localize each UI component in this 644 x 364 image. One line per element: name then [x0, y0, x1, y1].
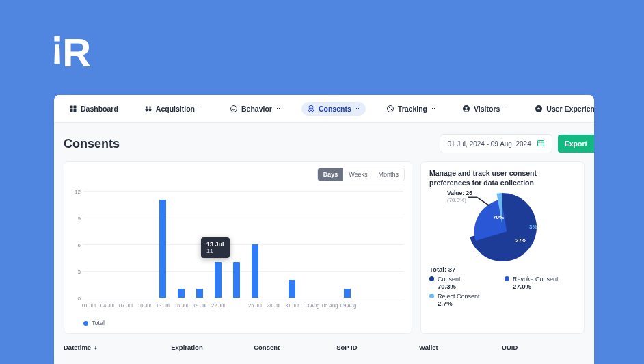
svg-point-4	[145, 109, 148, 112]
date-range-picker[interactable]: 01 Jul, 2024 - 09 Aug, 2024	[440, 134, 552, 153]
th-wallet[interactable]: Wallet	[419, 343, 502, 351]
bar-chart-card: DaysWeeksMonths 036912 01 Jul04 Jul07 Ju…	[64, 161, 412, 334]
legend-dot-icon	[505, 276, 509, 281]
svg-rect-7	[149, 107, 150, 109]
svg-rect-16	[537, 141, 544, 146]
table-header: Datetime ExpirationConsentSoP IDWalletUU…	[64, 343, 585, 351]
y-tick: 0	[70, 296, 81, 302]
chevron-down-icon	[431, 105, 436, 113]
nav-label: Dashboard	[81, 105, 118, 113]
th-sop-id[interactable]: SoP ID	[336, 343, 419, 351]
nav-dashboard[interactable]: Dashboard	[64, 102, 124, 116]
svg-point-11	[310, 109, 311, 109]
x-tick: 13 Jul	[156, 302, 163, 309]
y-tick: 6	[70, 242, 81, 248]
legend-dot-icon	[429, 276, 434, 281]
bar[interactable]	[252, 244, 258, 298]
nav-tracking[interactable]: Tracking	[381, 102, 442, 116]
legend-dot-icon	[429, 294, 434, 298]
nav-label: User Experience	[546, 105, 594, 113]
x-tick: 01 Jul	[82, 302, 89, 309]
x-tick: 19 Jul	[193, 302, 200, 309]
nav-user-experience[interactable]: User Experience	[529, 102, 594, 116]
bar[interactable]	[289, 280, 295, 298]
nav-label: Consents	[319, 105, 351, 113]
x-tick	[230, 302, 237, 309]
x-tick: 28 Jul	[267, 302, 273, 309]
x-tick: 22 Jul	[211, 302, 218, 309]
chevron-down-icon	[198, 105, 204, 113]
bar[interactable]	[196, 289, 203, 298]
svg-rect-2	[70, 109, 73, 112]
x-tick: 03 Aug	[304, 302, 310, 309]
x-tick: 07 Jul	[119, 302, 126, 309]
target-icon	[307, 105, 315, 113]
bar[interactable]	[233, 262, 240, 298]
th-uuid[interactable]: UUID	[502, 343, 585, 351]
bar[interactable]	[215, 262, 222, 298]
chart-tooltip: 13 Jul 11	[201, 237, 230, 258]
bar-chart: 036912	[83, 191, 403, 298]
y-tick: 12	[70, 189, 81, 195]
bar[interactable]	[178, 289, 185, 298]
chevron-down-icon	[355, 105, 360, 113]
chart-legend: Total	[83, 320, 105, 326]
pie-legend-item: Revoke Consent27.0%	[505, 276, 580, 290]
svg-point-14	[465, 107, 467, 109]
x-tick: 16 Jul	[174, 302, 181, 309]
pie-chart	[468, 193, 537, 261]
pie-legend-item: Reject Consent2.7%	[429, 293, 505, 307]
app-panel: DashboardAcquisitionBehaviorConsentsTrac…	[54, 95, 594, 364]
top-nav: DashboardAcquisitionBehaviorConsentsTrac…	[54, 95, 594, 123]
title-row: Consents 01 Jul, 2024 - 09 Aug, 2024 Exp…	[54, 123, 594, 161]
nav-consents[interactable]: Consents	[301, 102, 366, 116]
bar[interactable]	[159, 200, 166, 298]
legend-dot-icon	[83, 321, 88, 326]
nav-acquisition[interactable]: Acquisition	[139, 102, 209, 116]
grid-icon	[69, 105, 77, 113]
x-tick: 06 Aug	[322, 302, 329, 309]
svg-point-8	[231, 106, 237, 112]
th-datetime[interactable]: Datetime	[64, 343, 171, 351]
pie-card: Manage and track user consent preference…	[420, 161, 585, 334]
user-icon	[462, 105, 470, 113]
period-toggle[interactable]: DaysWeeksMonths	[317, 168, 405, 181]
x-tick: 04 Jul	[100, 302, 107, 309]
x-tick: 10 Jul	[137, 302, 144, 309]
y-tick: 3	[70, 269, 81, 275]
th-expiration[interactable]: Expiration	[171, 343, 254, 351]
pie-slice-label: 3%	[529, 224, 537, 230]
nav-label: Visitors	[474, 105, 500, 113]
smile-icon	[230, 105, 238, 113]
bar[interactable]	[344, 289, 351, 298]
svg-point-5	[148, 109, 151, 112]
svg-rect-1	[74, 106, 77, 109]
period-weeks[interactable]: Weeks	[343, 168, 373, 181]
pie-title: Manage and track user consent preference…	[429, 169, 576, 187]
chevron-down-icon	[503, 105, 509, 113]
x-tick: 25 Jul	[248, 302, 255, 309]
main-content: DaysWeeksMonths 036912 01 Jul04 Jul07 Ju…	[54, 161, 594, 334]
export-button[interactable]: Export	[558, 135, 594, 153]
x-tick: 31 Jul	[285, 302, 292, 309]
page-title: Consents	[64, 137, 120, 151]
forbid-icon	[386, 105, 394, 113]
pie-slice-label: 27%	[515, 237, 526, 244]
nav-label: Behavior	[241, 105, 272, 113]
calendar-icon	[537, 139, 545, 148]
period-days[interactable]: Days	[318, 168, 344, 181]
y-tick: 9	[70, 216, 81, 222]
binoculars-icon	[144, 105, 152, 113]
nav-label: Acquisition	[156, 105, 195, 113]
svg-rect-3	[74, 109, 77, 112]
svg-rect-6	[146, 107, 147, 109]
chevron-down-icon	[276, 105, 281, 113]
nav-visitors[interactable]: Visitors	[457, 102, 514, 116]
pie-legend: Total: 37 Consent70.3%Reject Consent2.7%…	[429, 265, 576, 310]
sort-desc-icon	[93, 345, 98, 350]
nav-label: Tracking	[398, 105, 427, 113]
th-consent[interactable]: Consent	[254, 343, 336, 351]
nav-behavior[interactable]: Behavior	[224, 102, 286, 116]
pie-legend-item: Consent70.3%	[429, 276, 505, 290]
period-months[interactable]: Months	[373, 168, 404, 181]
